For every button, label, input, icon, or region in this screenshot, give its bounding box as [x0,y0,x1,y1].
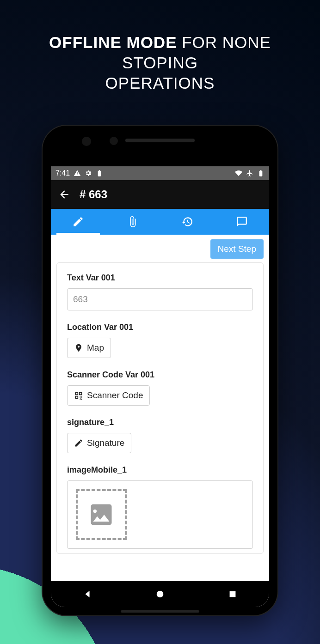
battery-saver-icon [96,170,103,177]
phone-earpiece [125,139,195,142]
field-label-text: Text Var 001 [67,273,253,283]
nav-home-icon[interactable] [155,589,165,599]
tab-edit[interactable] [51,209,105,235]
image-placeholder [76,489,127,540]
qr-code-icon [74,391,83,400]
text-var-input[interactable] [67,288,253,310]
app-header: # 663 [51,180,269,209]
map-button[interactable]: Map [67,338,111,358]
pencil-icon [72,216,84,228]
battery-icon [257,170,265,177]
nav-recent-icon[interactable] [228,589,238,599]
tab-chat[interactable] [215,209,269,235]
field-label-location: Location Var 001 [67,322,253,332]
phone-sensor-icon [110,137,118,145]
tab-bar [51,209,269,235]
signature-button-label: Signature [87,438,124,448]
status-time: 7:41 [55,169,70,177]
image-icon [87,501,115,529]
android-nav-bar [51,581,269,607]
form-card: Text Var 001 Location Var 001 Map Scanne… [56,262,264,554]
scanner-button-label: Scanner Code [87,390,143,401]
form-content: Next Step Text Var 001 Location Var 001 … [51,235,269,581]
gear-icon [85,170,92,177]
marketing-bold: OFFLINE MODE [49,33,177,51]
chat-icon [236,216,248,228]
warning-icon [74,170,81,177]
airplane-icon [246,170,253,177]
phone-frame: 7:41 # 663 [43,126,277,615]
android-status-bar: 7:41 [51,166,269,180]
svg-point-0 [157,591,164,598]
field-label-scanner: Scanner Code Var 001 [67,370,253,380]
tab-history[interactable] [160,209,215,235]
page-title: # 663 [80,188,107,201]
map-button-label: Map [87,343,104,353]
history-icon [181,216,193,228]
signature-button[interactable]: Signature [67,433,131,453]
phone-screen: 7:41 # 663 [51,166,269,607]
back-arrow-icon[interactable] [58,188,70,200]
phone-camera-icon [82,137,91,146]
field-label-signature: signature_1 [67,418,253,427]
map-pin-icon [74,343,83,352]
svg-rect-1 [230,591,236,597]
paperclip-icon [127,216,139,228]
signature-icon [74,438,83,448]
gesture-bar [121,610,199,613]
marketing-headline: OFFLINE MODE FOR NONE STOPING OPERATIONS [0,32,320,93]
wifi-icon [235,170,242,177]
image-upload-zone[interactable] [67,480,253,549]
field-label-image: imageMobile_1 [67,465,253,475]
scanner-code-button[interactable]: Scanner Code [67,385,150,406]
next-step-button[interactable]: Next Step [210,239,264,259]
tab-attachments[interactable] [105,209,160,235]
nav-back-icon[interactable] [82,589,92,599]
marketing-light-2: OPERATIONS [105,74,215,92]
